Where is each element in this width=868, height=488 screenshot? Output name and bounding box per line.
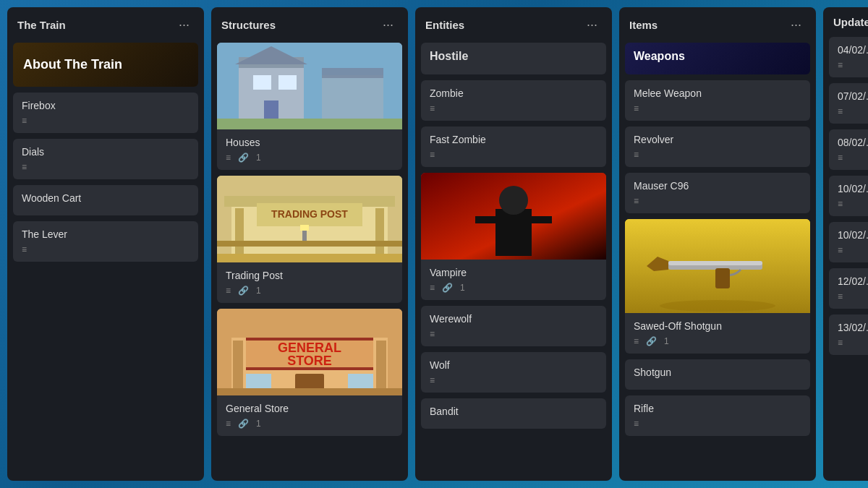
update-1202-meta: ≡ xyxy=(838,291,868,301)
card-update-0802[interactable]: 08/02/... ≡ xyxy=(829,129,868,170)
update-1002a-meta: ≡ xyxy=(838,199,868,209)
firebox-meta: ≡ xyxy=(22,116,190,126)
firebox-title: Firebox xyxy=(22,100,190,111)
wolf-title: Wolf xyxy=(430,359,597,371)
svg-rect-38 xyxy=(475,216,495,223)
lines-icon-lever: ≡ xyxy=(22,244,27,254)
about-the-train-title: About The Train xyxy=(23,57,188,72)
attachment-icon-houses: 🔗 xyxy=(238,153,249,163)
card-hostile-header[interactable]: Hostile xyxy=(421,43,606,74)
update-0802-meta: ≡ xyxy=(838,153,868,163)
lines-icon-fast-zombie: ≡ xyxy=(430,150,435,160)
card-update-0702[interactable]: 07/02/... ≡ xyxy=(829,83,868,124)
column-menu-button-structures[interactable]: ··· xyxy=(378,16,398,34)
wooden-cart-title: Wooden Cart xyxy=(22,192,190,204)
card-trading-post[interactable]: TRADING POST Trading Post xyxy=(217,176,402,303)
lines-icon-update-1002b: ≡ xyxy=(838,245,843,255)
rifle-meta: ≡ xyxy=(634,419,801,429)
general-store-title: General Store xyxy=(226,403,393,414)
general-store-meta: ≡ 🔗 1 xyxy=(226,419,393,429)
svg-text:STORE: STORE xyxy=(287,354,332,368)
column-structures: Structures ··· xyxy=(211,7,408,481)
werewolf-title: Werewolf xyxy=(430,313,597,325)
update-0402-meta: ≡ xyxy=(838,60,868,70)
attachment-count-sawed-off: 1 xyxy=(664,336,669,346)
bandit-title: Bandit xyxy=(430,406,597,417)
card-wooden-cart[interactable]: Wooden Cart xyxy=(13,185,198,215)
column-content-entities: Hostile Zombie ≡ Fast Zombie ≡ xyxy=(415,43,612,481)
card-houses[interactable]: Houses ≡ 🔗 1 xyxy=(217,43,402,170)
card-vampire[interactable]: Vampire ≡ 🔗 1 xyxy=(421,173,606,300)
lines-icon-mauser: ≡ xyxy=(634,196,639,206)
sawed-off-shotgun-title: Sawed-Off Shotgun xyxy=(634,320,801,332)
card-werewolf[interactable]: Werewolf ≡ xyxy=(421,306,606,346)
lines-icon-general-store: ≡ xyxy=(226,419,231,429)
card-about-the-train[interactable]: About The Train xyxy=(13,43,198,87)
column-title-entities: Entities xyxy=(425,19,464,31)
lines-icon-update-1202: ≡ xyxy=(838,291,843,301)
rifle-title: Rifle xyxy=(634,403,801,414)
lines-icon-revolver: ≡ xyxy=(634,150,639,160)
card-sawed-off-shotgun[interactable]: Sawed-Off Shotgun ≡ 🔗 1 xyxy=(625,219,810,354)
mauser-c96-meta: ≡ xyxy=(634,196,801,206)
update-date-1202: 12/02/... xyxy=(838,275,868,287)
card-firebox[interactable]: Firebox ≡ xyxy=(13,93,198,133)
lines-icon-werewolf: ≡ xyxy=(430,329,435,339)
column-header-the-train: The Train ··· xyxy=(7,7,204,43)
mauser-c96-title: Mauser C96 xyxy=(634,180,801,192)
card-update-1002a[interactable]: 10/02/... ≡ xyxy=(829,176,868,216)
card-update-0402[interactable]: 04/02/... ≡ xyxy=(829,37,868,77)
houses-title: Houses xyxy=(226,137,393,148)
sawed-off-shotgun-meta: ≡ 🔗 1 xyxy=(634,336,801,346)
lines-icon-update-1302: ≡ xyxy=(838,338,843,348)
fast-zombie-meta: ≡ xyxy=(430,150,597,160)
card-weapons-header[interactable]: Weapons xyxy=(625,43,810,74)
card-melee-weapon[interactable]: Melee Weapon ≡ xyxy=(625,80,810,121)
attachment-icon-general-store: 🔗 xyxy=(238,419,249,429)
column-header-entities: Entities ··· xyxy=(415,7,612,43)
column-header-items: Items ··· xyxy=(619,7,816,43)
lines-icon-update-0702: ≡ xyxy=(838,106,843,116)
vampire-title: Vampire xyxy=(430,267,597,278)
column-the-train: The Train ··· About The Train Firebox ≡ xyxy=(7,7,204,481)
card-update-1302[interactable]: 13/02/... ≡ xyxy=(829,314,868,355)
fast-zombie-title: Fast Zombie xyxy=(430,134,597,145)
svg-rect-5 xyxy=(278,75,297,90)
update-date-1002a: 10/02/... xyxy=(838,183,868,194)
card-rifle[interactable]: Rifle ≡ xyxy=(625,395,810,436)
column-content-the-train: About The Train Firebox ≡ Dials ≡ xyxy=(7,43,204,481)
dials-title: Dials xyxy=(22,146,190,158)
melee-weapon-title: Melee Weapon xyxy=(634,87,801,99)
attachment-count-trading-post: 1 xyxy=(256,286,261,296)
wolf-meta: ≡ xyxy=(430,375,597,385)
trading-post-meta: ≡ 🔗 1 xyxy=(226,286,393,296)
column-menu-button-the-train[interactable]: ··· xyxy=(174,16,194,34)
card-zombie[interactable]: Zombie ≡ xyxy=(421,80,606,121)
card-fast-zombie[interactable]: Fast Zombie ≡ xyxy=(421,127,606,167)
svg-rect-33 xyxy=(217,388,402,395)
column-menu-button-entities[interactable]: ··· xyxy=(582,16,602,34)
card-revolver[interactable]: Revolver ≡ xyxy=(625,127,810,167)
zombie-meta: ≡ xyxy=(430,103,597,114)
card-general-store[interactable]: GENERAL STORE Gener xyxy=(217,309,402,436)
lines-icon: ≡ xyxy=(22,116,27,126)
werewolf-meta: ≡ xyxy=(430,329,597,339)
card-shotgun[interactable]: Shotgun xyxy=(625,359,810,390)
attachment-icon-trading-post: 🔗 xyxy=(238,286,249,296)
card-bandit[interactable]: Bandit xyxy=(421,398,606,429)
card-the-lever[interactable]: The Lever ≡ xyxy=(13,221,198,262)
card-wolf[interactable]: Wolf ≡ xyxy=(421,352,606,393)
svg-rect-17 xyxy=(217,241,402,247)
houses-meta: ≡ 🔗 1 xyxy=(226,153,393,163)
column-content-structures: Houses ≡ 🔗 1 xyxy=(211,43,408,481)
lines-icon-vampire: ≡ xyxy=(430,283,435,293)
column-menu-button-items[interactable]: ··· xyxy=(786,16,806,34)
card-mauser-c96[interactable]: Mauser C96 ≡ xyxy=(625,173,810,213)
lines-icon-sawed-off: ≡ xyxy=(634,336,639,346)
card-update-1202[interactable]: 12/02/... ≡ xyxy=(829,268,868,309)
card-dials[interactable]: Dials ≡ xyxy=(13,139,198,179)
revolver-meta: ≡ xyxy=(634,150,801,160)
svg-point-42 xyxy=(660,300,775,312)
card-update-1002b[interactable]: 10/02/... ≡ xyxy=(829,222,868,262)
update-1002b-meta: ≡ xyxy=(838,245,868,255)
